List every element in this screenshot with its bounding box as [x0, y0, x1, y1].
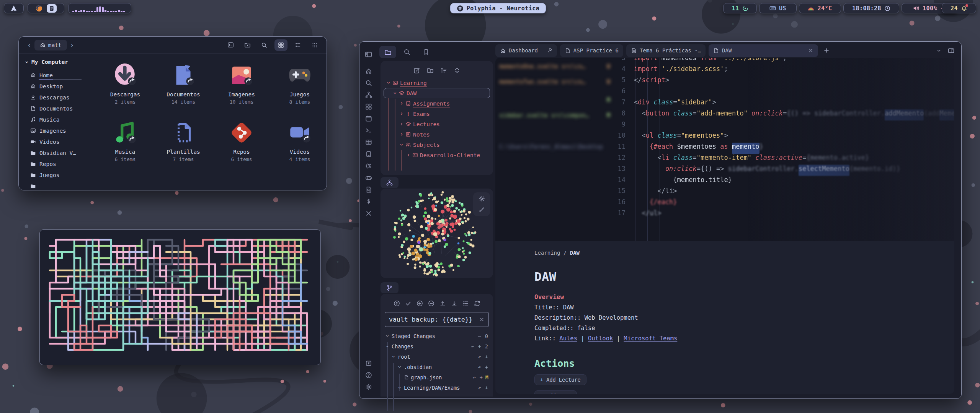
tree-item-desarrollo-cliente[interactable]: › Desarrollo-Cliente [384, 150, 490, 160]
git-refresh-icon[interactable] [474, 300, 480, 307]
git-row-learning-daw-exams[interactable]: ›Learning/DAW/Exams ↶ + [384, 382, 493, 393]
git-unstage-all-icon[interactable] [428, 300, 434, 307]
git-row-graph-json[interactable]: graph.json ↶ +M [384, 372, 493, 382]
document-search-icon[interactable] [363, 184, 374, 195]
list-view-button[interactable] [291, 39, 304, 51]
menu-button[interactable] [308, 39, 321, 51]
weather-widget[interactable]: 24°C [799, 3, 841, 13]
tree-item-notes[interactable]: › Notes [384, 129, 490, 140]
folder-documentos[interactable]: Documentos14 items [154, 63, 212, 120]
new-folder-button[interactable] [241, 39, 254, 51]
gamepad-icon[interactable] [363, 172, 374, 184]
active-app-chip[interactable] [47, 4, 57, 13]
sidebar-root[interactable]: › My Computer [25, 59, 89, 65]
tree-item-lectures[interactable]: › Lectures [384, 119, 490, 129]
sidebar-item-home[interactable]: Home [25, 70, 89, 81]
tab-tema-practicas[interactable]: Tema 6 Prácticas -… [626, 44, 706, 57]
grid-view-button[interactable] [274, 39, 287, 51]
graph-view-icon[interactable] [363, 89, 374, 101]
git-backup-icon[interactable] [394, 300, 400, 307]
tab-bookmarks[interactable] [418, 46, 434, 58]
nav-forward-button[interactable]: › [67, 41, 77, 49]
tree-item-learning[interactable]: › Learning [384, 78, 490, 88]
search-button[interactable] [258, 39, 271, 51]
nav-back-button[interactable]: ‹ [24, 41, 34, 49]
tab-asp-practice[interactable]: ASP Practice 6 [560, 44, 623, 57]
collapse-all-icon[interactable] [454, 67, 461, 74]
git-pull-icon[interactable] [451, 300, 457, 307]
app-launcher-button[interactable] [4, 3, 24, 13]
tab-list-chevron-icon[interactable] [936, 48, 942, 54]
settings-gear-icon[interactable] [363, 381, 374, 393]
folder-repos[interactable]: Repos6 items [212, 120, 271, 177]
link-microsoft-teams[interactable]: Microsoft Teams [624, 335, 677, 342]
tree-item-subjects[interactable]: › Subjects [384, 140, 490, 150]
sidebar-item-repos[interactable]: Repos [25, 158, 89, 169]
folder-plantillas[interactable]: Plantillas7 items [154, 120, 212, 177]
table-icon[interactable] [363, 137, 374, 148]
open-terminal-button[interactable] [224, 39, 237, 51]
folder-descargas[interactable]: Descargas2 items [96, 63, 154, 120]
sidebar-item-documentos[interactable]: Documentos [25, 103, 89, 114]
sidebar-item-desktop[interactable]: Desktop [25, 81, 89, 92]
sidebar-item-musica[interactable]: Musica [25, 114, 89, 125]
search-icon[interactable] [363, 77, 374, 89]
commit-message-input[interactable]: vault backup: {{date}} [385, 312, 489, 327]
graph-filter-wand-icon[interactable] [479, 206, 485, 213]
sidebar-item-videos[interactable]: Videos [25, 136, 89, 147]
git-commit-icon[interactable] [405, 300, 412, 307]
tree-item-daw[interactable]: › DAW [384, 88, 490, 98]
tools-icon[interactable] [363, 208, 374, 219]
add-lecture-button[interactable]: + Add Lecture [534, 374, 586, 385]
git-row-staged[interactable]: ›Staged Changes — 0 [384, 331, 493, 341]
sidebar-item-juegos[interactable]: Juegos [25, 169, 89, 180]
help-icon[interactable] [363, 369, 374, 381]
finance-icon[interactable] [363, 196, 374, 207]
clear-input-icon[interactable] [479, 317, 485, 322]
tab-search[interactable] [399, 46, 415, 58]
firefox-icon[interactable] [35, 5, 43, 12]
git-push-icon[interactable] [439, 300, 446, 307]
media-player-widget[interactable]: Polyphia - Neurotica [450, 3, 546, 13]
vault-switcher-icon[interactable] [363, 358, 374, 369]
templater-icon[interactable] [363, 160, 374, 172]
git-stage-all-icon[interactable] [416, 300, 423, 307]
sidebar-item-descargas[interactable]: Descargas [25, 92, 89, 103]
breadcrumb[interactable]: matt [34, 40, 67, 50]
sort-icon[interactable] [440, 67, 447, 74]
graph-settings-gear-icon[interactable] [479, 195, 485, 202]
graph-panel-tab[interactable] [381, 177, 399, 188]
updates-widget[interactable]: 11 [723, 3, 757, 13]
book-icon[interactable] [363, 148, 374, 160]
calendar-icon[interactable] [363, 113, 374, 124]
git-change-list-icon[interactable] [462, 300, 469, 307]
dashboard-icon[interactable] [363, 101, 374, 112]
keyboard-layout-widget[interactable]: US [759, 3, 797, 13]
link-aules[interactable]: Aules [559, 335, 577, 342]
add-note-button[interactable]: + Add Note [534, 390, 577, 394]
close-tab-icon[interactable] [808, 48, 813, 53]
folder-imagenes[interactable]: Imagenes10 items [212, 63, 271, 120]
new-folder-icon[interactable] [427, 67, 434, 74]
git-row-obsidian-dir[interactable]: ›.obsidian ↶ + [384, 362, 493, 372]
folder-videos[interactable]: Videos4 items [271, 120, 329, 177]
git-row-changes[interactable]: ›Changes ↶ + 2 [384, 341, 493, 351]
git-panel-tab[interactable] [381, 282, 399, 293]
folder-juegos[interactable]: Juegos8 items [271, 63, 329, 120]
tab-dashboard[interactable]: Dashboard [495, 44, 557, 57]
tree-item-assignments[interactable]: › Assignments [384, 98, 490, 109]
notifications-widget[interactable]: 24 [942, 3, 976, 13]
sidebar-toggle-icon[interactable] [363, 49, 374, 60]
folder-musica[interactable]: Musica6 items [96, 120, 154, 177]
tab-file-explorer[interactable] [379, 46, 396, 58]
git-row-root[interactable]: ›root ↶ + [384, 351, 493, 362]
new-tab-icon[interactable] [823, 47, 830, 54]
sidebar-item-obsidian-vault[interactable]: Obsidian V… [25, 147, 89, 158]
tab-daw[interactable]: DAW [709, 44, 818, 57]
link-outlook[interactable]: Outlook [588, 335, 613, 342]
clock-widget[interactable]: 18:08:28 [843, 3, 899, 13]
split-layout-icon[interactable] [948, 47, 954, 54]
terminal-icon[interactable] [363, 125, 374, 136]
home-icon[interactable] [363, 65, 374, 77]
sidebar-item-imagenes[interactable]: Imagenes [25, 125, 89, 136]
